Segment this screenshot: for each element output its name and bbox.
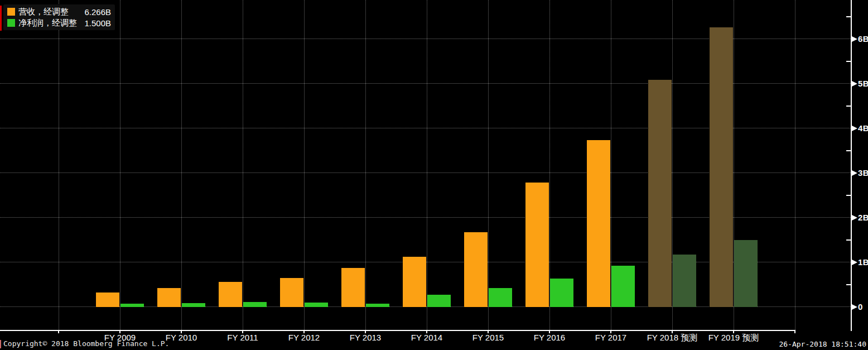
profit-bar-fy-2010[interactable] [182, 303, 205, 307]
x-axis-label: FY 2019 预测 [689, 333, 778, 343]
profit-bar-fy-2017[interactable] [611, 266, 635, 307]
profit-bar-fy-2016[interactable] [550, 279, 573, 307]
copyright-text: Copyright© 2018 Bloomberg Finance L.P. [3, 339, 169, 348]
legend-revenue-value: 6.266B [84, 7, 111, 17]
y-axis-label: 0 [858, 302, 863, 311]
revenue-bar-fy-2014[interactable] [403, 257, 426, 307]
y-minor-tick [846, 239, 851, 241]
x-gridline [120, 0, 120, 330]
y-axis-label: 1B [858, 257, 868, 267]
x-gridline [243, 0, 243, 330]
legend: 营收，经调整 6.266B 净利润，经调整 1.500B [3, 4, 115, 30]
y-tick-arrow-icon [852, 215, 857, 220]
profit-swatch-icon [7, 19, 15, 27]
profit-bar-fy-2011[interactable] [243, 302, 267, 307]
revenue-bar-fy-2011[interactable] [219, 282, 242, 307]
x-gridline [488, 0, 489, 330]
legend-profit-label: 净利润，经调整 [18, 18, 77, 28]
x-gridline [427, 0, 427, 330]
y-tick-arrow-icon [852, 304, 857, 310]
x-gridline [304, 0, 305, 330]
bottom-left-marker [0, 340, 1, 348]
revenue-bar-fy-2017[interactable] [587, 140, 610, 307]
legend-revenue-label: 营收，经调整 [18, 7, 69, 17]
revenue-bar-fy-2012[interactable] [280, 278, 303, 307]
x-gridline [181, 0, 182, 330]
revenue-bar-fy-2010[interactable] [157, 288, 181, 307]
y-tick-arrow-icon [852, 36, 857, 42]
plot-area: FY 2009FY 2010FY 2011FY 2012FY 2013FY 20… [0, 0, 868, 350]
revenue-bar-fy-2018-预测[interactable] [648, 80, 672, 307]
x-axis-line [0, 330, 795, 331]
revenue-bar-fy-2013[interactable] [341, 268, 365, 307]
profit-bar-fy-2012[interactable] [305, 303, 328, 307]
y-axis-label: 6B [858, 34, 868, 44]
legend-item-profit[interactable]: 净利润，经调整 1.500B [7, 17, 111, 28]
profit-bar-fy-2009[interactable] [120, 304, 144, 307]
revenue-bar-fy-2009[interactable] [96, 293, 119, 307]
y-axis-line [851, 0, 852, 331]
profit-bar-fy-2015[interactable] [489, 288, 512, 307]
y-tick-arrow-icon [852, 126, 857, 131]
y-minor-tick [846, 16, 851, 17]
y-axis-label: 3B [858, 168, 868, 178]
legend-profit-value: 1.500B [84, 18, 111, 28]
left-edge-marker [0, 6, 2, 31]
profit-bar-fy-2013[interactable] [366, 304, 389, 307]
y-minor-tick [846, 284, 851, 285]
y-minor-tick [846, 150, 851, 151]
revenue-bar-fy-2015[interactable] [464, 232, 488, 307]
profit-bar-fy-2019-预测[interactable] [734, 240, 758, 307]
x-gridline [59, 0, 59, 330]
y-axis-label: 5B [858, 79, 868, 88]
profit-bar-fy-2014[interactable] [427, 295, 451, 307]
y-minor-tick [846, 61, 851, 62]
y-tick-arrow-icon [852, 81, 857, 87]
y-axis-label: 4B [858, 123, 868, 133]
y-tick-arrow-icon [852, 260, 857, 265]
revenue-bar-fy-2019-预测[interactable] [710, 27, 733, 307]
revenue-bar-fy-2016[interactable] [525, 183, 549, 307]
y-axis-label: 2B [858, 213, 868, 222]
y-minor-tick [846, 195, 851, 196]
timestamp: 26-Apr-2018 18:51:40 [779, 340, 866, 348]
x-gridline [365, 0, 366, 330]
x-gridline [795, 0, 795, 330]
profit-bar-fy-2018-预测[interactable] [673, 255, 696, 307]
y-minor-tick [846, 106, 851, 107]
revenue-swatch-icon [7, 8, 15, 16]
y-tick-arrow-icon [852, 170, 857, 176]
legend-item-revenue[interactable]: 营收，经调整 6.266B [7, 6, 111, 17]
